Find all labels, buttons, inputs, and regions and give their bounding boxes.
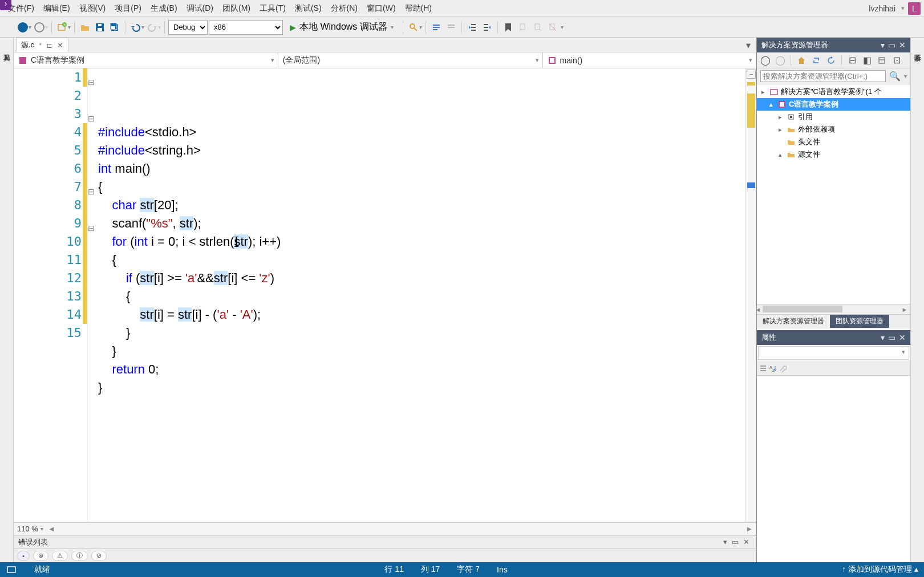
save-all-button[interactable] bbox=[108, 20, 121, 35]
tree-sources-node[interactable]: ▴ 源文件 bbox=[757, 148, 910, 161]
collapse-icon[interactable]: ⊟ bbox=[846, 54, 858, 67]
uncomment-button[interactable] bbox=[444, 20, 458, 35]
nav-back-icon[interactable]: ◯ bbox=[759, 54, 772, 67]
text-cursor-icon: I bbox=[234, 233, 239, 251]
svg-rect-27 bbox=[549, 58, 555, 63]
alphabetical-icon[interactable]: AZ bbox=[768, 364, 776, 372]
properties-grid[interactable] bbox=[757, 376, 910, 562]
user-name[interactable]: lvzhihai bbox=[863, 4, 901, 13]
svg-rect-34 bbox=[790, 116, 792, 118]
show-all-icon[interactable]: ◧ bbox=[861, 54, 873, 67]
errorlist-close-button[interactable]: ✕ bbox=[741, 538, 752, 546]
project-combo[interactable]: C语言教学案例 bbox=[14, 52, 278, 68]
nav-back-icon[interactable]: › bbox=[0, 0, 11, 10]
panel-close-button[interactable]: ✕ bbox=[899, 333, 906, 342]
project-icon bbox=[18, 56, 27, 65]
platform-select[interactable]: x86 bbox=[209, 20, 283, 35]
code-nav-bar: C语言教学案例 (全局范围) main() bbox=[14, 52, 756, 68]
menu-build[interactable]: 生成(B) bbox=[146, 1, 182, 16]
file-tab[interactable]: 源.c * ⊏ ✕ bbox=[16, 38, 68, 52]
error-list-filters: • ⊗ ⚠ ⓘ ⊘ bbox=[14, 548, 756, 562]
panel-close-button[interactable]: ✕ bbox=[899, 40, 906, 50]
filter-pill[interactable]: ⚠ bbox=[52, 551, 68, 561]
filter-pill[interactable]: ⓘ bbox=[71, 551, 88, 561]
indent-right-button[interactable] bbox=[480, 20, 494, 35]
config-select[interactable]: Debug bbox=[168, 20, 208, 35]
solution-explorer-toolbar: ◯ ◯ ⊟ ◧ ⊡ bbox=[757, 52, 910, 68]
filter-pill[interactable]: ⊗ bbox=[33, 551, 48, 561]
menu-debug[interactable]: 调试(D) bbox=[182, 1, 218, 16]
folder-icon bbox=[787, 125, 796, 134]
menu-window[interactable]: 窗口(W) bbox=[362, 1, 400, 16]
save-button[interactable] bbox=[93, 20, 107, 35]
sync-icon[interactable] bbox=[810, 54, 822, 67]
function-combo[interactable]: main() bbox=[543, 52, 756, 68]
errorlist-pin-button[interactable]: ▭ bbox=[730, 538, 741, 546]
new-project-button[interactable]: + bbox=[55, 20, 69, 35]
comment-button[interactable] bbox=[429, 20, 443, 35]
filter-pill[interactable]: • bbox=[17, 551, 30, 561]
menu-test[interactable]: 测试(S) bbox=[290, 1, 326, 16]
prev-bookmark-button[interactable] bbox=[516, 20, 530, 35]
tree-headers-node[interactable]: 头文件 bbox=[757, 136, 910, 148]
svg-rect-8 bbox=[111, 26, 115, 29]
solution-explorer-tab[interactable]: 解决方案资源管理器 bbox=[757, 315, 830, 328]
solution-search-input[interactable] bbox=[760, 70, 886, 82]
scope-combo[interactable]: (全局范围) bbox=[278, 52, 543, 68]
next-bookmark-button[interactable] bbox=[531, 20, 545, 35]
panel-menu-button[interactable]: ▾ bbox=[881, 333, 885, 342]
clear-bookmarks-button[interactable] bbox=[546, 20, 560, 35]
svg-rect-5 bbox=[98, 24, 102, 26]
search-icon[interactable]: 🔍 bbox=[889, 71, 901, 82]
bookmark-button[interactable] bbox=[501, 20, 515, 35]
start-debug-button[interactable]: ▶ 本地 Windows 调试器 ▾ bbox=[284, 20, 399, 35]
panel-pin-button[interactable]: ▭ bbox=[888, 333, 895, 342]
refresh-icon[interactable] bbox=[825, 54, 837, 67]
close-icon[interactable]: ✕ bbox=[57, 41, 63, 50]
menu-edit[interactable]: 编辑(E) bbox=[39, 1, 75, 16]
scrollbar-overview[interactable]: − bbox=[745, 68, 756, 522]
wrench-icon[interactable] bbox=[779, 364, 787, 372]
status-scm[interactable]: ↑ 添加到源代码管理 ▴ bbox=[842, 564, 918, 575]
tree-external-deps-node[interactable]: ▸ 外部依赖项 bbox=[757, 123, 910, 136]
tab-menu-button[interactable]: ▾ bbox=[743, 39, 754, 52]
solution-tree[interactable]: ▸ 解决方案"C语言教学案例"(1 个 ▴ C语言教学案例 ▸ 引用 ▸ 外部依… bbox=[757, 84, 910, 304]
open-file-button[interactable] bbox=[78, 20, 92, 35]
categorized-icon[interactable] bbox=[759, 364, 767, 372]
tree-project-node[interactable]: ▴ C语言教学案例 bbox=[757, 98, 910, 111]
filter-pill[interactable]: ⊘ bbox=[91, 551, 107, 561]
errorlist-menu-button[interactable]: ▾ bbox=[721, 538, 730, 546]
tree-hscroll[interactable]: ◄► bbox=[757, 304, 910, 314]
undo-button[interactable] bbox=[129, 20, 143, 35]
user-avatar[interactable]: L bbox=[908, 2, 921, 15]
properties-object-combo[interactable] bbox=[758, 346, 909, 360]
find-button[interactable] bbox=[407, 20, 420, 35]
redo-button[interactable] bbox=[145, 20, 159, 35]
svg-rect-40 bbox=[7, 567, 15, 572]
pin-icon[interactable]: ⊏ bbox=[46, 41, 52, 50]
menu-team[interactable]: 团队(M) bbox=[218, 1, 255, 16]
panel-pin-button[interactable]: ▭ bbox=[888, 40, 895, 50]
zoom-level[interactable]: 110 % bbox=[17, 525, 38, 533]
error-list-header[interactable]: 错误列表 ▾ ▭ ✕ bbox=[14, 535, 756, 548]
nav-forward-button[interactable] bbox=[33, 20, 46, 35]
menu-analyze[interactable]: 分析(N) bbox=[326, 1, 362, 16]
home-icon[interactable] bbox=[795, 54, 808, 67]
menu-help[interactable]: 帮助(H) bbox=[400, 1, 436, 16]
menu-tools[interactable]: 工具(T) bbox=[255, 1, 290, 16]
nav-back-button[interactable] bbox=[16, 20, 30, 35]
tree-solution-node[interactable]: ▸ 解决方案"C语言教学案例"(1 个 bbox=[757, 86, 910, 98]
menu-project[interactable]: 项目(P) bbox=[110, 1, 146, 16]
indent-left-button[interactable] bbox=[465, 20, 479, 35]
status-line: 行 11 bbox=[384, 564, 403, 575]
preview-icon[interactable]: ⊡ bbox=[890, 54, 903, 67]
code-editor[interactable]: I ⊟#include<stdio.h>#include<string.h>⊟i… bbox=[88, 68, 745, 522]
properties-icon[interactable] bbox=[876, 54, 888, 67]
tree-references-node[interactable]: ▸ 引用 bbox=[757, 111, 910, 123]
right-tool-rail[interactable]: 诊断工具 bbox=[910, 38, 924, 562]
nav-fwd-icon[interactable]: ◯ bbox=[774, 54, 787, 67]
menu-view[interactable]: 视图(V) bbox=[75, 1, 111, 16]
left-tool-rail[interactable]: 工具箱 bbox=[0, 38, 14, 562]
team-explorer-tab[interactable]: 团队资源管理器 bbox=[830, 315, 889, 328]
panel-menu-button[interactable]: ▾ bbox=[881, 40, 885, 50]
